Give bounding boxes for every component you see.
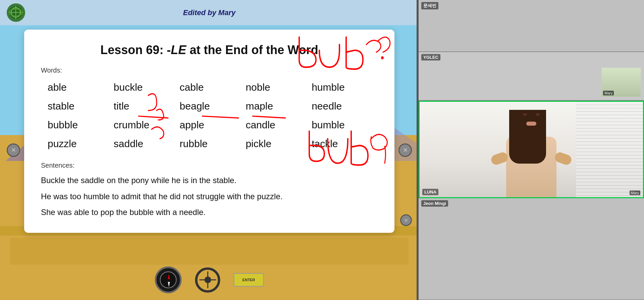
word-maple: maple: [246, 98, 312, 114]
svg-marker-20: [168, 274, 170, 280]
bottom-right-bolt: ✕: [400, 214, 412, 226]
word-beagle: beagle: [180, 98, 246, 114]
mary-active-label: Mary: [630, 190, 640, 195]
vertical-divider: [417, 0, 419, 300]
sentence-3: She was able to pop the bubble with a ne…: [41, 207, 378, 218]
participant-slot-jeonmingi: Jeon Mingi: [419, 198, 644, 300]
main-presentation-area: Edited by Mary: [0, 0, 419, 300]
right-bolt: ✕: [398, 143, 412, 157]
words-grid: able buckle cable noble humble stable ti…: [41, 80, 378, 152]
word-humble: humble: [312, 80, 378, 95]
sentences-section: Sentences: Buckle the saddle on the pony…: [41, 162, 378, 218]
word-candle: candle: [246, 117, 312, 133]
participant-slot-luna: LUNA Mary: [419, 101, 644, 198]
word-bubble: bubble: [48, 117, 114, 133]
participant-name-luna: LUNA: [422, 189, 438, 195]
word-puzzle: puzzle: [48, 136, 114, 152]
bus-frame: ENTER: [0, 226, 419, 300]
word-bumble: bumble: [312, 117, 378, 133]
sentence-2: He was too humble to admit that he did n…: [41, 191, 378, 202]
participant-slot-moonsebin: 문세빈: [419, 0, 644, 52]
svg-marker-21: [168, 282, 170, 287]
lesson-title: Lesson 69: -LE at the End of the Word: [41, 43, 378, 57]
mary-thumbnail: Mary: [601, 67, 641, 97]
mary-label: Mary: [603, 91, 614, 95]
logo: [7, 3, 25, 22]
word-able: able: [48, 80, 114, 95]
participant-name-moonsebin: 문세빈: [421, 2, 438, 9]
edited-by-label: Edited by Mary: [183, 8, 235, 17]
word-tackle: tackle: [312, 136, 378, 152]
word-buckle: buckle: [114, 80, 180, 95]
left-bolt: ✕: [7, 143, 20, 157]
word-saddle: saddle: [114, 136, 180, 152]
words-label: Words:: [41, 67, 378, 74]
participant-slot-yglec: YGLEC Mary: [419, 52, 644, 101]
top-header: Edited by Mary: [0, 0, 419, 25]
participant-name-jeonmingi: Jeon Mingi: [421, 200, 448, 207]
word-apple: apple: [180, 117, 246, 133]
word-crumble: crumble: [114, 117, 180, 133]
word-stable: stable: [48, 98, 114, 114]
content-card: Lesson 69: -LE at the End of the Word Wo…: [24, 30, 394, 233]
word-cable: cable: [180, 80, 246, 95]
luna-video: [420, 102, 643, 197]
participant-name-yglec: YGLEC: [421, 54, 440, 60]
word-title: title: [114, 98, 180, 114]
word-rubble: rubble: [180, 136, 246, 152]
word-pickle: pickle: [246, 136, 312, 152]
sentence-1: Buckle the saddle on the pony while he i…: [41, 175, 378, 186]
right-sidebar: 문세빈 YGLEC Mary: [419, 0, 644, 300]
word-needle: needle: [312, 98, 378, 114]
word-noble: noble: [246, 80, 312, 95]
sentences-label: Sentences:: [41, 162, 378, 169]
